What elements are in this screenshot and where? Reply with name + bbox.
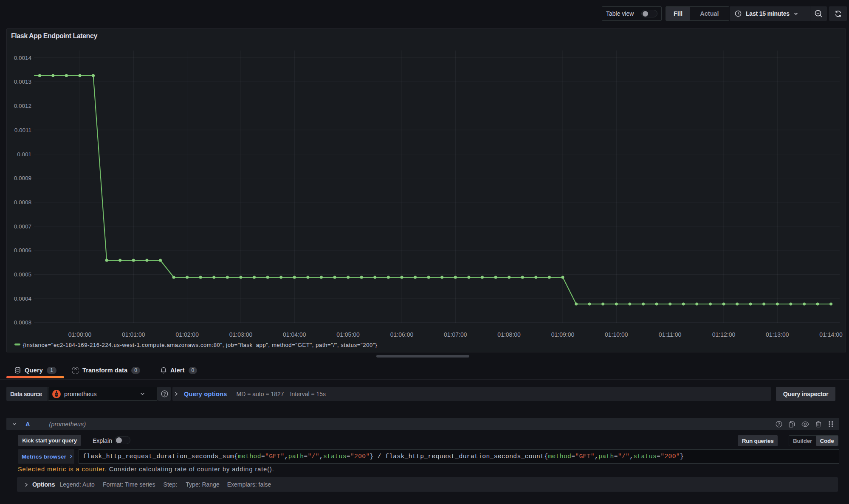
svg-text:01:00:00: 01:00:00	[68, 331, 92, 338]
svg-text:0.0003: 0.0003	[14, 319, 31, 326]
svg-text:0.0009: 0.0009	[14, 175, 31, 181]
svg-text:{instance="ec2-184-169-216-224: {instance="ec2-184-169-216-224.us-west-1…	[23, 342, 377, 348]
svg-text:0.0008: 0.0008	[14, 199, 31, 206]
svg-text:01:12:00: 01:12:00	[712, 331, 736, 338]
svg-text:01:01:00: 01:01:00	[122, 331, 145, 338]
svg-text:0.0013: 0.0013	[14, 79, 31, 85]
svg-text:01:03:00: 01:03:00	[229, 331, 253, 338]
svg-text:0.0012: 0.0012	[14, 103, 31, 109]
svg-text:01:06:00: 01:06:00	[390, 331, 414, 338]
svg-text:0.001: 0.001	[17, 151, 31, 158]
svg-text:01:02:00: 01:02:00	[175, 331, 199, 338]
svg-text:01:04:00: 01:04:00	[283, 331, 306, 338]
svg-text:01:14:00: 01:14:00	[819, 331, 843, 338]
svg-text:01:13:00: 01:13:00	[766, 331, 789, 338]
svg-text:0.0004: 0.0004	[14, 296, 32, 302]
svg-text:01:05:00: 01:05:00	[336, 331, 360, 338]
svg-text:01:11:00: 01:11:00	[659, 331, 682, 338]
svg-text:01:10:00: 01:10:00	[605, 331, 628, 338]
svg-text:0.0014: 0.0014	[14, 55, 32, 61]
svg-text:01:07:00: 01:07:00	[444, 331, 467, 338]
svg-text:0.0007: 0.0007	[14, 223, 31, 230]
svg-text:0.0011: 0.0011	[14, 127, 31, 133]
svg-text:0.0006: 0.0006	[14, 247, 31, 253]
svg-text:0.0005: 0.0005	[14, 271, 31, 278]
svg-text:01:09:00: 01:09:00	[551, 331, 575, 338]
svg-text:01:08:00: 01:08:00	[497, 331, 521, 338]
